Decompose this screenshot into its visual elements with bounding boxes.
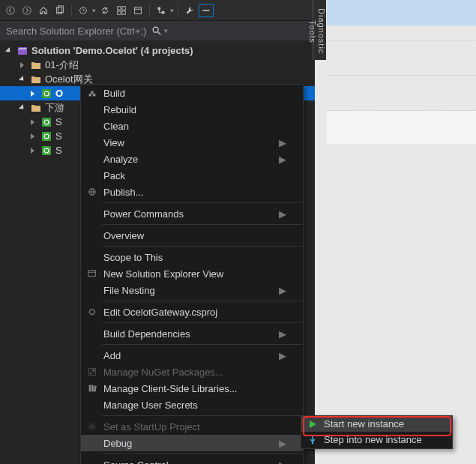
submenu-arrow-icon: ▶ (279, 460, 286, 465)
properties-icon[interactable] (154, 3, 169, 18)
solution-node[interactable]: Solution 'Demo.Ocelot' (4 projects) (0, 43, 315, 58)
svg-line-17 (157, 32, 160, 35)
expand-icon[interactable] (28, 132, 37, 141)
svg-rect-28 (89, 94, 92, 97)
menu-file-nesting[interactable]: File Nesting▶ (81, 282, 303, 298)
project-label: S (55, 116, 62, 127)
refresh-icon[interactable] (97, 3, 112, 18)
csproj-icon (40, 116, 52, 128)
svg-rect-30 (93, 94, 96, 97)
preview-icon[interactable] (199, 4, 214, 17)
menu-view[interactable]: View▶ (81, 134, 303, 151)
svg-rect-26 (42, 146, 51, 155)
nuget-icon (84, 367, 100, 377)
diagnostic-tools-tab[interactable]: Diagnostic Tools (313, 0, 326, 60)
svg-rect-9 (135, 7, 142, 13)
menu-rebuild[interactable]: Rebuild (81, 101, 303, 118)
submenu-arrow-icon: ▶ (279, 438, 286, 449)
folder-label: 01-介绍 (45, 58, 79, 72)
expand-icon[interactable] (18, 75, 27, 84)
svg-rect-29 (91, 91, 94, 94)
svg-point-42 (91, 425, 94, 428)
submenu-arrow-icon: ▶ (279, 350, 286, 361)
play-icon (304, 420, 321, 429)
search-bar[interactable]: Search Solution Explorer (Ctrl+;) ▾ (0, 21, 315, 40)
expand-icon[interactable] (28, 118, 37, 127)
globe-icon (84, 187, 100, 197)
gear-icon (84, 421, 100, 432)
forward-icon[interactable] (19, 3, 34, 18)
menu-overview[interactable]: Overview (81, 227, 303, 244)
svg-rect-39 (89, 385, 91, 392)
submenu-step-into[interactable]: Step into new instance (301, 432, 452, 448)
search-placeholder: Search Solution Explorer (Ctrl+;) (6, 25, 151, 37)
sync-icon[interactable] (52, 3, 67, 18)
context-menu: Build Rebuild Clean View▶ Analyze▶ Pack … (80, 84, 304, 464)
expand-icon[interactable] (18, 61, 27, 70)
svg-rect-40 (91, 385, 94, 392)
csproj-icon (40, 88, 52, 100)
menu-client-libs[interactable]: Manage Client-Side Libraries... (81, 380, 303, 397)
svg-rect-36 (89, 369, 96, 376)
folder-icon (30, 59, 42, 71)
project-label: O (55, 88, 63, 99)
menu-clean[interactable]: Clean (81, 118, 303, 134)
show-all-icon[interactable] (130, 3, 145, 18)
toolbar: ▾ ▾ (0, 0, 315, 21)
menu-source-control[interactable]: Source Control▶ (81, 457, 303, 464)
menu-scope[interactable]: Scope to This (81, 249, 303, 265)
wrench-icon[interactable] (182, 3, 197, 18)
menu-debug[interactable]: Debug▶ (81, 435, 303, 451)
submenu-arrow-icon: ▶ (279, 208, 286, 220)
svg-rect-8 (122, 10, 125, 13)
menu-analyze[interactable]: Analyze▶ (81, 151, 303, 167)
submenu-arrow-icon: ▶ (279, 328, 286, 340)
svg-point-37 (90, 372, 92, 374)
edit-icon (84, 307, 100, 317)
debug-submenu: Start new instance Step into new instanc… (301, 415, 453, 449)
svg-rect-6 (122, 6, 125, 9)
menu-add[interactable]: Add▶ (81, 347, 303, 364)
svg-rect-19 (19, 48, 26, 49)
menu-build-deps[interactable]: Build Dependencies▶ (81, 325, 303, 342)
history-icon[interactable] (76, 3, 91, 18)
home-icon[interactable] (36, 3, 51, 18)
svg-rect-20 (42, 89, 51, 98)
folder-icon (30, 102, 42, 114)
svg-point-38 (92, 370, 95, 373)
menu-publish[interactable]: Publish... (81, 184, 303, 200)
svg-point-0 (7, 6, 15, 14)
search-icon (151, 25, 162, 36)
submenu-arrow-icon: ▶ (279, 137, 286, 148)
expand-icon[interactable] (28, 89, 37, 98)
folder-node[interactable]: 01-介绍 (0, 58, 315, 72)
menu-user-secrets[interactable]: Manage User Secrets (81, 397, 303, 413)
expand-icon[interactable] (4, 46, 13, 55)
svg-point-47 (312, 442, 314, 444)
window-icon (84, 268, 100, 279)
menu-pack[interactable]: Pack (81, 167, 303, 184)
svg-rect-11 (158, 7, 161, 10)
solution-icon (16, 45, 28, 57)
collapse-icon[interactable] (114, 3, 129, 18)
menu-edit-csproj[interactable]: Edit OcelotGateway.csproj (81, 304, 303, 320)
submenu-start-new-instance[interactable]: Start new instance (301, 416, 452, 432)
menu-power-commands[interactable]: Power Commands▶ (81, 205, 303, 222)
menu-new-view[interactable]: New Solution Explorer View (81, 265, 303, 282)
expand-icon[interactable] (28, 146, 37, 155)
folder-label: 下游 (45, 101, 64, 115)
csproj-icon (40, 130, 52, 142)
expand-icon[interactable] (18, 103, 27, 112)
svg-rect-7 (118, 10, 121, 13)
back-icon[interactable] (3, 3, 18, 18)
svg-rect-12 (162, 10, 165, 13)
submenu-arrow-icon: ▶ (279, 285, 286, 296)
submenu-arrow-icon: ▶ (279, 154, 286, 165)
svg-rect-41 (94, 385, 97, 391)
svg-rect-5 (118, 6, 121, 9)
search-dropdown-icon[interactable]: ▾ (164, 27, 310, 34)
menu-build[interactable]: Build (81, 85, 303, 101)
build-icon (84, 88, 100, 98)
svg-rect-34 (88, 271, 96, 277)
solution-label: Solution 'Demo.Ocelot' (4 projects) (31, 45, 193, 56)
